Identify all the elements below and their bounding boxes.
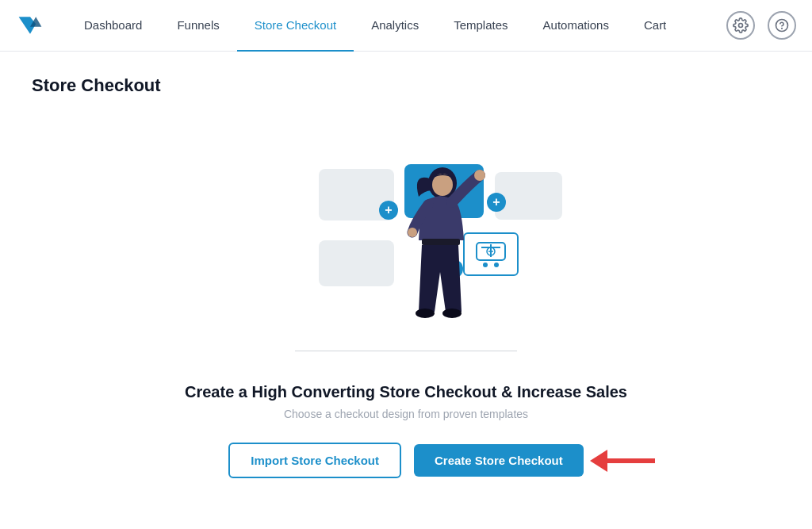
- main-content: Store Checkout + + +: [0, 52, 812, 529]
- svg-point-18: [408, 228, 417, 237]
- center-section: + + +: [32, 104, 780, 529]
- help-button[interactable]: [768, 11, 796, 40]
- main-subline: Choose a checkout design from proven tem…: [284, 408, 528, 420]
- nav-item-store-checkout[interactable]: Store Checkout: [237, 0, 354, 52]
- nav-items: Dashboard Funnels Store Checkout Analyti…: [67, 0, 726, 52]
- nav-item-templates[interactable]: Templates: [436, 0, 525, 52]
- svg-point-15: [416, 309, 435, 318]
- svg-point-16: [442, 309, 462, 318]
- ill-card-gray-mid-left: [319, 240, 394, 286]
- nav-item-dashboard[interactable]: Dashboard: [67, 0, 159, 52]
- svg-point-19: [432, 174, 453, 196]
- arrow-indicator: [590, 450, 655, 472]
- svg-point-2: [739, 24, 743, 28]
- logo[interactable]: [16, 11, 44, 40]
- svg-point-7: [494, 263, 499, 267]
- nav-item-cart[interactable]: Cart: [626, 0, 684, 52]
- arrow-shaft: [607, 458, 655, 463]
- settings-button[interactable]: [726, 11, 755, 40]
- nav-item-funnels[interactable]: Funnels: [159, 0, 236, 52]
- page-title: Store Checkout: [32, 75, 161, 96]
- ground-line: [295, 351, 517, 351]
- woman-figure: [389, 161, 492, 347]
- nav-item-automations[interactable]: Automations: [526, 0, 626, 52]
- navbar: Dashboard Funnels Store Checkout Analyti…: [0, 0, 812, 52]
- nav-right: [726, 11, 796, 40]
- import-store-checkout-button[interactable]: Import Store Checkout: [228, 443, 401, 478]
- create-store-checkout-button[interactable]: Create Store Checkout: [414, 444, 584, 477]
- arrow-head: [590, 450, 607, 472]
- nav-item-analytics[interactable]: Analytics: [354, 0, 436, 52]
- svg-rect-14: [422, 239, 460, 245]
- main-headline: Create a High Converting Store Checkout …: [185, 383, 627, 401]
- svg-point-17: [474, 170, 485, 181]
- cta-buttons: Import Store Checkout Create Store Check…: [228, 443, 583, 478]
- ill-card-gray-top-right: [495, 172, 562, 220]
- illustration: + + +: [271, 139, 541, 369]
